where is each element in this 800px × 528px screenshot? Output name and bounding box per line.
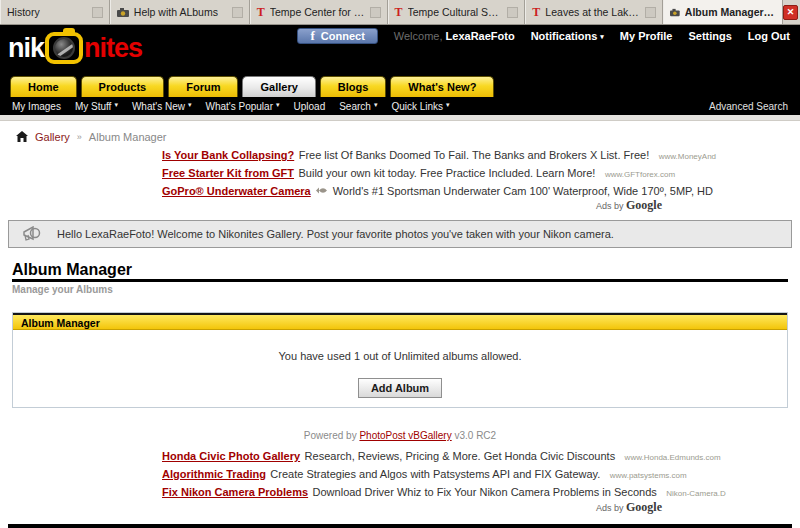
page-subtitle: Manage your Albums [12, 284, 788, 295]
tab-close-icon[interactable] [370, 7, 381, 18]
add-album-button[interactable]: Add Album [358, 378, 442, 398]
chevron-down-icon: ▾ [114, 101, 118, 109]
ad-link[interactable]: Honda Civic Photo Gallery [162, 450, 300, 462]
tab-close-icon[interactable] [507, 7, 518, 18]
photopost-link[interactable]: PhotoPost vBGallery [359, 430, 451, 441]
chevron-down-icon: ▾ [188, 101, 192, 109]
log-out-link[interactable]: Log Out [748, 30, 790, 42]
main-nav: Home Products Forum Gallery Blogs What's… [0, 72, 800, 97]
browser-tab-bar: History Help with ALbums T Tempe Center … [0, 0, 800, 25]
breadcrumb: Gallery » Album Manager [0, 121, 800, 146]
tab-label: Album Manager - Nik... [685, 6, 776, 18]
facebook-connect-button[interactable]: f Connect [297, 28, 377, 44]
tab-label: Help with ALbums [134, 6, 218, 18]
ad-link[interactable]: Free Starter Kit from GFT [162, 167, 294, 179]
ad-url: www.patsystems.com [610, 471, 687, 480]
subnav-my-images[interactable]: My Images [12, 101, 61, 112]
logo-text-prefix: nik [8, 33, 44, 64]
nav-tab-whats-new[interactable]: What's New? [390, 76, 494, 97]
ad-url: www.GFTforex.com [605, 170, 675, 179]
ad-url: www.MoneyAnd [659, 152, 716, 161]
browser-tab-tempe-cultural[interactable]: T Tempe Cultural Services... [388, 0, 526, 24]
facebook-icon: f [310, 28, 314, 44]
tempe-icon: T [532, 5, 540, 20]
subnav-whats-popular[interactable]: What's Popular▾ [205, 101, 279, 112]
album-manager-panel: Album Manager You have used 1 out of Unl… [12, 312, 788, 408]
ad-link[interactable]: Is Your Bank Collapsing? [162, 149, 294, 161]
username-link[interactable]: LexaRaeFoto [446, 30, 515, 42]
welcome-text: Welcome, LexaRaeFoto [394, 30, 515, 42]
ads-by-google[interactable]: Ads by Google [162, 501, 662, 513]
panel-header: Album Manager [13, 313, 787, 330]
ad-line: Free Starter Kit from GFT Build your own… [162, 164, 662, 182]
lens-icon [53, 37, 75, 59]
google-logo: Google [626, 500, 662, 514]
ad-url: www.Honda.Edmunds.com [625, 453, 721, 462]
browser-tab-tempe-center[interactable]: T Tempe Center for the Ar... [250, 0, 388, 24]
header-user-menu: f Connect Welcome, LexaRaeFoto Notificat… [297, 27, 790, 45]
title-rule [12, 279, 788, 282]
camera-logo-icon [45, 32, 83, 64]
welcome-notice-text: Hello LexaRaeFoto! Welcome to Nikonites … [57, 228, 614, 240]
home-icon[interactable] [16, 131, 28, 142]
browser-tab-album-manager[interactable]: Album Manager - Nik... [663, 0, 783, 24]
site-footer: Contact Us News Archive Top [8, 524, 792, 528]
subnav-upload[interactable]: Upload [294, 101, 326, 112]
logo-text-suffix: nites [84, 33, 142, 64]
chevron-down-icon: ▾ [276, 101, 280, 109]
tab-label: Tempe Cultural Services... [408, 6, 503, 18]
chevron-down-icon: ▾ [374, 101, 378, 109]
notifications-menu[interactable]: Notifications ▾ [531, 30, 604, 42]
subnav-whats-new[interactable]: What's New▾ [132, 101, 192, 112]
my-profile-link[interactable]: My Profile [620, 30, 673, 42]
ads-by-google[interactable]: Ads by Google [162, 199, 662, 211]
tab-close-icon[interactable] [645, 7, 656, 18]
camera-icon [670, 8, 680, 17]
page-body: nik nites f Connect Welcome, LexaRaeFoto… [0, 25, 800, 528]
nav-tab-products[interactable]: Products [81, 76, 165, 97]
nav-tab-gallery[interactable]: Gallery [242, 76, 315, 97]
settings-link[interactable]: Settings [688, 30, 731, 42]
ad-line: Is Your Bank Collapsing? Free list Of Ba… [162, 146, 662, 164]
ad-link[interactable]: GoPro® Underwater Camera [162, 185, 311, 197]
welcome-notice: Hello LexaRaeFoto! Welcome to Nikonites … [8, 220, 792, 248]
browser-tab-leaves-lake[interactable]: T Leaves at the Lake Progr... [525, 0, 663, 24]
subnav-search[interactable]: Search▾ [339, 101, 377, 112]
camera-icon [117, 8, 129, 17]
browser-tab-help-with-albums[interactable]: Help with ALbums [110, 0, 250, 24]
connect-label: Connect [321, 30, 365, 42]
advanced-search-link[interactable]: Advanced Search [709, 101, 788, 112]
nikonites-logo[interactable]: nik nites [8, 32, 142, 64]
album-usage-message: You have used 1 out of Unlimited albums … [13, 350, 787, 362]
tempe-icon: T [395, 5, 403, 20]
ad-line: Fix Nikon Camera Problems Download Drive… [162, 483, 662, 501]
chevron-down-icon: ▾ [600, 33, 604, 40]
subnav-quick-links[interactable]: Quick Links▾ [391, 101, 449, 112]
site-header: nik nites f Connect Welcome, LexaRaeFoto… [0, 25, 800, 72]
ad-link[interactable]: Fix Nikon Camera Problems [162, 486, 308, 498]
tab-close-icon[interactable] [232, 7, 243, 18]
chevron-down-icon: ▾ [446, 101, 450, 109]
google-ads-top: Is Your Bank Collapsing? Free list Of Ba… [162, 146, 662, 211]
nav-tab-forum[interactable]: Forum [168, 76, 238, 97]
subnav-my-stuff[interactable]: My Stuff▾ [75, 101, 118, 112]
ad-line: GoPro® Underwater Camera World's #1 Spor… [162, 182, 662, 199]
page-title: Album Manager [12, 261, 788, 278]
powered-by: Powered by PhotoPost vBGallery v3.0 RC2 [0, 430, 800, 442]
megaphone-icon [21, 226, 43, 242]
breadcrumb-separator-icon: » [77, 132, 82, 142]
nav-tab-home[interactable]: Home [10, 76, 77, 97]
ad-line: Honda Civic Photo Gallery Research, Revi… [162, 447, 662, 465]
tab-label: Leaves at the Lake Progr... [545, 6, 640, 18]
breadcrumb-gallery-link[interactable]: Gallery [35, 131, 70, 143]
tab-close-icon[interactable] [92, 7, 103, 18]
ad-url: Nikon-Camera.D [666, 489, 726, 498]
ad-line: Algorithmic Trading Create Strategies an… [162, 465, 662, 483]
ad-link[interactable]: Algorithmic Trading [162, 468, 266, 480]
gallery-subnav: My Images My Stuff▾ What's New▾ What's P… [0, 97, 800, 115]
nav-tab-blogs[interactable]: Blogs [320, 76, 387, 97]
fish-icon [315, 186, 328, 195]
close-tab-button[interactable]: ✕ [783, 5, 798, 20]
tab-label: History [7, 6, 40, 18]
browser-tab-history[interactable]: History [0, 0, 110, 24]
